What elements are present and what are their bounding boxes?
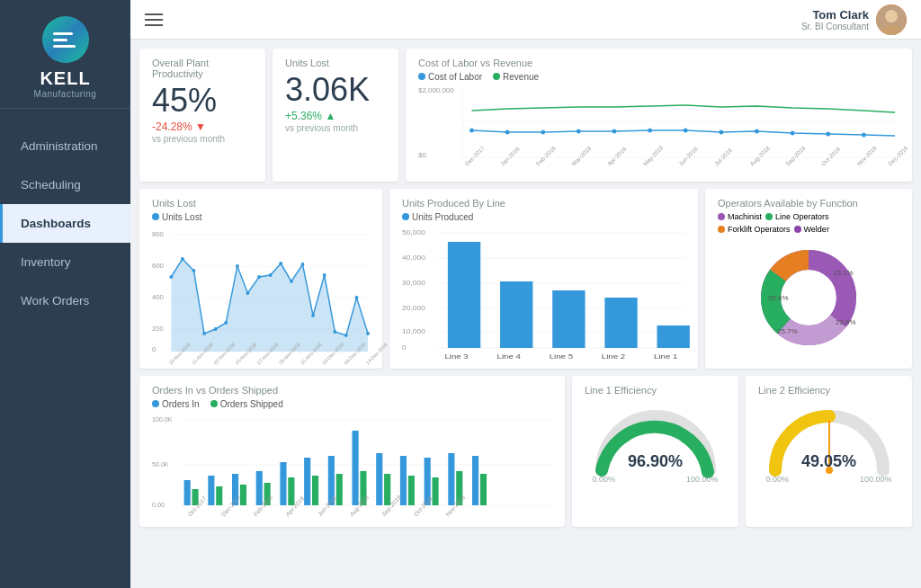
svg-point-54	[279, 262, 282, 265]
svg-text:Line 1: Line 1	[654, 352, 677, 361]
svg-point-44	[169, 275, 173, 279]
line1-value: 96.90%	[628, 452, 683, 471]
svg-rect-125	[353, 431, 359, 505]
orders-svg: 100.0K 50.0K 0.00	[152, 413, 552, 519]
svg-text:Mar-2018: Mar-2018	[570, 145, 593, 167]
svg-text:Apr-2018: Apr-2018	[606, 146, 629, 168]
svg-text:20,000: 20,000	[402, 305, 426, 312]
svg-rect-87	[552, 290, 585, 348]
svg-text:Dec-2017: Dec-2017	[220, 494, 242, 518]
svg-text:Nov-2018: Nov-2018	[444, 494, 466, 518]
svg-rect-85	[448, 242, 480, 348]
svg-point-17	[791, 131, 795, 136]
svg-text:Nov-2018: Nov-2018	[855, 145, 878, 167]
svg-text:Dec-2018: Dec-2018	[887, 145, 909, 167]
svg-point-46	[192, 269, 196, 272]
line2-efficiency: Line 2 Efficiency 49.05% 0.00% 10	[746, 376, 912, 527]
svg-point-59	[333, 330, 336, 334]
svg-text:25.7%: 25.7%	[777, 327, 798, 335]
logo-area: KELL Manufacturing	[0, 0, 130, 109]
svg-text:0.00: 0.00	[152, 501, 165, 510]
svg-rect-128	[384, 474, 390, 505]
svg-point-57	[311, 314, 315, 317]
svg-text:10,000: 10,000	[402, 328, 426, 335]
sidebar-item-work-orders[interactable]: Work Orders	[0, 281, 130, 320]
svg-text:Line 4: Line 4	[497, 352, 521, 361]
svg-text:600: 600	[152, 262, 165, 270]
user-name: Tom Clark	[801, 8, 869, 22]
units-lost-svg: 800 600 400 200 0	[152, 226, 370, 359]
by-line-svg: 50,000 40,000 30,000 20,000 10,000 0	[402, 226, 685, 361]
user-info: Tom Clark Sr. BI Consultant	[801, 4, 907, 35]
svg-text:0: 0	[152, 345, 156, 353]
svg-point-56	[301, 263, 305, 266]
app-title: KELL	[40, 68, 90, 89]
operators-legend: Machinist Line Operators Forklift Operat…	[718, 212, 899, 234]
svg-point-55	[290, 280, 293, 283]
svg-text:0: 0	[402, 344, 407, 352]
svg-text:May-2018: May-2018	[641, 144, 665, 167]
svg-text:Sep-2018: Sep-2018	[380, 494, 403, 519]
svg-point-48	[214, 327, 218, 331]
svg-rect-88	[604, 298, 637, 348]
svg-text:Jun-2018: Jun-2018	[317, 494, 337, 518]
svg-rect-119	[280, 462, 286, 505]
svg-text:Sep-2018: Sep-2018	[784, 145, 808, 168]
svg-point-100	[783, 272, 834, 323]
sidebar-item-scheduling[interactable]: Scheduling	[0, 165, 130, 204]
svg-text:Apr-2018: Apr-2018	[284, 494, 306, 519]
units-lost-title: Units Lost	[152, 198, 370, 209]
line1-efficiency: Line 1 Efficiency 96.90% 0.00% 100.00%	[572, 376, 738, 527]
sidebar-item-dashboards[interactable]: Dashboards	[0, 204, 130, 243]
line2-value: 49.05%	[801, 452, 856, 471]
svg-rect-127	[376, 453, 382, 505]
svg-text:Jan-2018: Jan-2018	[499, 145, 521, 166]
svg-text:14-Dec-2018: 14-Dec-2018	[365, 342, 389, 366]
operators-title: Operators Available by Function	[718, 198, 899, 209]
kpi2-value: 3.06K	[285, 72, 386, 108]
operators-chart: Operators Available by Function Machinis…	[705, 189, 912, 369]
topbar: Tom Clark Sr. BI Consultant	[130, 0, 921, 40]
svg-point-58	[323, 273, 326, 277]
svg-rect-116	[240, 485, 246, 505]
labor-chart: Cost of Labor vs Revenue Cost of Labor R…	[406, 49, 912, 182]
svg-rect-124	[336, 474, 343, 505]
kpi1-title: Overall Plant Productivity	[152, 58, 253, 79]
hamburger-menu[interactable]	[145, 13, 163, 26]
svg-rect-114	[216, 486, 222, 505]
kpi-units-lost: Units Lost 3.06K +5.36% ▲ vs previous mo…	[273, 49, 398, 182]
svg-text:50.0K: 50.0K	[152, 460, 169, 469]
labor-chart-legend: Cost of Labor Revenue	[418, 72, 899, 82]
svg-rect-135	[472, 456, 478, 505]
svg-rect-111	[184, 480, 191, 505]
svg-rect-89	[657, 325, 690, 348]
svg-text:100.0K: 100.0K	[152, 415, 173, 424]
svg-point-51	[246, 291, 250, 295]
svg-point-45	[181, 257, 184, 261]
kpi2-title: Units Lost	[285, 58, 386, 68]
main-content: Tom Clark Sr. BI Consultant Overall Plan…	[130, 0, 921, 588]
svg-rect-86	[500, 281, 532, 348]
svg-rect-120	[288, 477, 294, 505]
svg-rect-132	[433, 477, 439, 505]
svg-point-16	[755, 129, 759, 134]
sidebar-item-inventory[interactable]: Inventory	[0, 243, 130, 281]
svg-point-49	[224, 321, 228, 325]
svg-text:200: 200	[152, 325, 165, 333]
svg-point-18	[826, 132, 830, 137]
svg-rect-121	[304, 458, 310, 505]
svg-text:Feb-2018: Feb-2018	[253, 494, 274, 518]
svg-point-50	[236, 264, 239, 268]
svg-point-10	[541, 130, 545, 135]
svg-rect-113	[208, 476, 214, 505]
sidebar-item-administration[interactable]: Administration	[0, 127, 130, 165]
svg-point-53	[269, 273, 273, 277]
svg-text:800: 800	[152, 230, 165, 238]
orders-chart: Orders In vs Orders Shipped Orders In Or…	[139, 376, 565, 527]
svg-rect-133	[448, 453, 454, 505]
donut-container: 35.6% 23.6% 15.1% 25.7%	[718, 239, 899, 356]
svg-point-8	[469, 129, 474, 133]
svg-point-60	[344, 334, 348, 337]
svg-point-52	[257, 275, 261, 279]
svg-point-15	[719, 130, 723, 135]
